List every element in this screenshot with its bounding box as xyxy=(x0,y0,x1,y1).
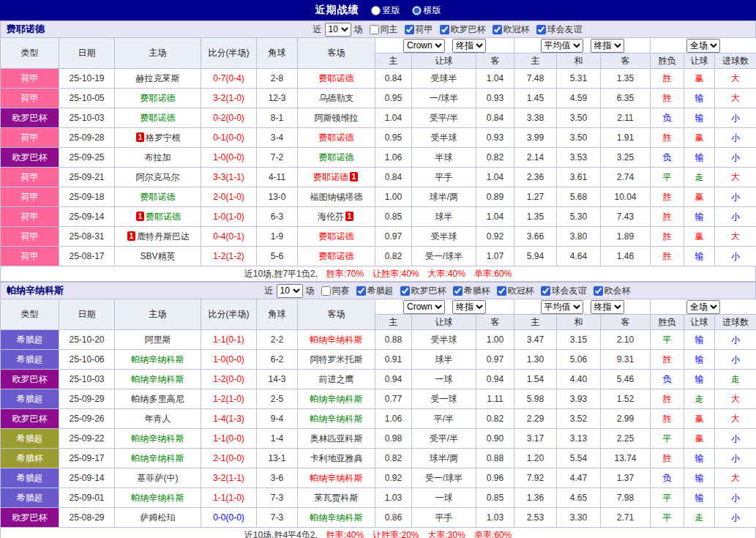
league-filter[interactable]: 欧罗巴杯 xyxy=(400,285,446,297)
column-header: 比分(半场) xyxy=(201,299,257,330)
avg-draw-odds: 4.64 xyxy=(557,247,601,266)
column-header: 主场 xyxy=(115,38,201,69)
odds-company-select[interactable]: Crown xyxy=(403,39,445,53)
topbar: 近期战绩 竖版 横版 xyxy=(0,0,756,20)
scope-select[interactable]: 全场 xyxy=(686,300,720,314)
corners: 13-1 xyxy=(257,449,298,468)
league-type: 希腊超 xyxy=(1,429,59,449)
league-type: 荷甲 xyxy=(1,247,59,266)
subcolumn-header: 客 xyxy=(476,315,514,330)
recent-count-select[interactable]: 10 xyxy=(277,284,303,298)
avg-home-odds: 3.47 xyxy=(514,330,557,350)
league-type: 荷甲 xyxy=(1,168,59,187)
home-handicap-odds: 0.95 xyxy=(375,89,412,108)
corners: 12-3 xyxy=(257,89,298,108)
same-filter-input[interactable] xyxy=(321,286,331,296)
home-team: 阿尔克马尔 xyxy=(115,168,201,187)
subcolumn-header: 主 xyxy=(514,315,557,330)
avg-draw-odds: 3.30 xyxy=(557,508,601,528)
league-filter[interactable]: 希腊超 xyxy=(356,285,394,297)
subcolumn-header: 胜负 xyxy=(651,315,684,330)
layout-radio-horizontal[interactable]: 横版 xyxy=(412,4,441,17)
result: 胜 xyxy=(651,409,684,429)
final-odds-select-2[interactable]: 终指 xyxy=(591,300,624,314)
corners: 14-3 xyxy=(257,370,298,389)
subcolumn-header: 主 xyxy=(375,53,412,69)
avg-draw-odds: 5.31 xyxy=(557,69,601,89)
league-filter[interactable]: 球会友谊 xyxy=(541,285,587,297)
same-filter-input[interactable] xyxy=(370,25,379,34)
league-filter-input[interactable] xyxy=(356,286,366,296)
column-header: 主场 xyxy=(115,299,201,330)
score: 1-1(1-0) xyxy=(201,488,257,508)
near-label: 近 xyxy=(265,285,274,297)
handicap-result: 输 xyxy=(684,247,715,266)
league-filter[interactable]: 欧冠杯 xyxy=(497,285,534,297)
match-date: 25-08-29 xyxy=(59,508,115,528)
away-team: 帕纳辛纳科斯 xyxy=(298,389,375,409)
away-handicap-odds: 0.89 xyxy=(476,187,514,207)
layout-radio-vertical-label: 竖版 xyxy=(383,4,400,17)
league-filter-input[interactable] xyxy=(536,25,546,34)
avg-draw-odds: 3.52 xyxy=(557,409,601,429)
average-odds-select[interactable]: 平均值 xyxy=(541,300,583,314)
away-team-name: 海伦芬 xyxy=(318,212,344,222)
league-filter[interactable]: 欧罗巴杯 xyxy=(440,23,486,36)
corners: 9-4 xyxy=(257,409,298,429)
score: 1-2(0-0) xyxy=(201,370,257,389)
handicap-line: 受半球 xyxy=(412,128,476,148)
league-filter[interactable]: 荷甲 xyxy=(405,23,433,36)
league-filter-input[interactable] xyxy=(453,286,463,296)
handicap-line: 受平/半 xyxy=(412,429,476,449)
same-filter[interactable]: 同主 xyxy=(370,23,398,36)
away-handicap-odds: 1.04 xyxy=(476,69,514,89)
final-odds-select-2[interactable]: 终指 xyxy=(591,39,624,53)
league-filter[interactable]: 球会友谊 xyxy=(536,23,583,36)
avg-away-odds: 2.10 xyxy=(601,330,651,350)
odds-company-select[interactable]: Crown xyxy=(403,300,445,314)
result: 平 xyxy=(651,508,684,528)
recent-count-select[interactable]: 10 xyxy=(325,23,351,37)
layout-radio-horizontal-input[interactable] xyxy=(412,6,422,15)
home-team: 帕纳多里高尼 xyxy=(115,389,201,409)
league-filter[interactable]: 欧冠杯 xyxy=(493,23,530,36)
league-filter[interactable]: 希腊杯 xyxy=(453,285,490,297)
league-type: 希腊超 xyxy=(1,468,59,488)
league-type: 荷甲 xyxy=(1,207,59,227)
average-odds-select[interactable]: 平均值 xyxy=(541,39,583,53)
league-filter-input[interactable] xyxy=(405,25,414,34)
home-team-name: 费耶诺德 xyxy=(141,113,176,123)
red-card-icon: 1 xyxy=(136,212,144,221)
home-team: 帕纳辛纳科斯 xyxy=(115,429,201,449)
avg-away-odds: 13.74 xyxy=(601,449,651,468)
goals-result: 小 xyxy=(715,207,756,227)
corners: 1-4 xyxy=(257,429,298,449)
home-team: SBV精英 xyxy=(115,247,201,266)
final-odds-select[interactable]: 终指 xyxy=(452,39,486,53)
layout-radio-vertical-input[interactable] xyxy=(371,6,381,15)
league-filter[interactable]: 欧会杯 xyxy=(594,285,631,297)
team-section: 费耶诺德近10场同主荷甲欧罗巴杯欧冠杯球会友谊类型日期主场比分(半场)角球客场C… xyxy=(0,20,756,282)
same-filter[interactable]: 同赛 xyxy=(321,285,350,297)
avg-draw-odds: 3.13 xyxy=(557,429,601,449)
league-filter-input[interactable] xyxy=(497,286,506,296)
corners: 3-4 xyxy=(257,128,298,148)
layout-radio-vertical[interactable]: 竖版 xyxy=(371,4,400,17)
summary-stat: 单率:60% xyxy=(474,268,512,280)
league-filter-input[interactable] xyxy=(541,286,550,296)
scope-select[interactable]: 全场 xyxy=(686,39,720,53)
avg-draw-odds: 4.59 xyxy=(557,89,601,108)
league-filter-input[interactable] xyxy=(594,286,603,296)
away-handicap-odds: 1.03 xyxy=(476,508,514,528)
match-date: 25-09-29 xyxy=(59,389,115,409)
corners: 6-3 xyxy=(257,207,298,227)
avg-home-odds: 2.53 xyxy=(514,508,557,528)
league-filter-input[interactable] xyxy=(440,25,449,34)
final-odds-select[interactable]: 终指 xyxy=(452,300,486,314)
league-filter-input[interactable] xyxy=(400,286,410,296)
away-team-name: 费耶诺德 xyxy=(319,152,354,162)
corners: 5-6 xyxy=(257,247,298,266)
avg-draw-odds: 3.53 xyxy=(557,148,601,168)
home-team: 费耶诺德 xyxy=(115,108,201,128)
league-filter-input[interactable] xyxy=(493,25,502,34)
